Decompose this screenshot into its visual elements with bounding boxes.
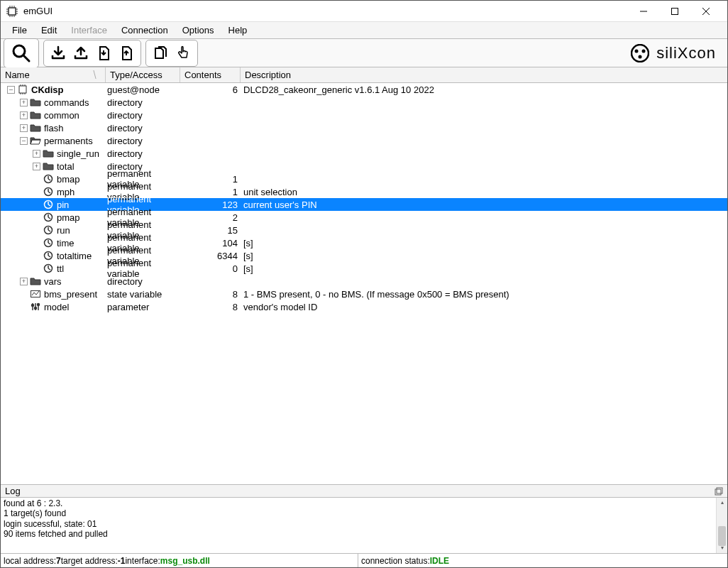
file-out-icon xyxy=(118,45,134,61)
row-contents: 15 xyxy=(180,225,241,236)
tree-row[interactable]: modelparameter8vendor's model ID xyxy=(1,300,727,313)
close-button[interactable] xyxy=(690,1,722,21)
expand-icon[interactable]: + xyxy=(20,111,28,119)
row-contents: 8 xyxy=(180,302,241,312)
var-icon xyxy=(43,200,54,209)
import-file-button[interactable] xyxy=(93,43,114,64)
column-name[interactable]: Name xyxy=(1,67,106,82)
svg-rect-62 xyxy=(717,488,722,493)
expand-icon[interactable]: + xyxy=(20,278,28,285)
row-contents: 0 xyxy=(180,263,241,274)
svg-rect-0 xyxy=(9,8,16,15)
row-type: directory xyxy=(106,123,180,133)
menu-options[interactable]: Options xyxy=(175,23,221,37)
tree-pane[interactable]: –CKdispguest@node6DLCD28_cakeonr_generic… xyxy=(1,83,727,484)
column-description[interactable]: Description xyxy=(241,67,727,82)
svg-line-18 xyxy=(23,55,29,61)
row-label: model xyxy=(44,302,69,312)
row-type: state variable xyxy=(106,289,180,300)
svg-point-59 xyxy=(35,307,37,310)
row-label: vars xyxy=(44,276,62,287)
expander-spacer xyxy=(20,290,28,298)
tree-row[interactable]: +single_rundirectory xyxy=(1,147,727,160)
tree-row[interactable]: –CKdispguest@node6DLCD28_cakeonr_generic… xyxy=(1,83,727,96)
toolbar-group-transfer xyxy=(43,40,141,67)
folder-open-icon xyxy=(30,136,41,146)
svg-line-38 xyxy=(48,204,50,206)
row-label: totaltime xyxy=(57,251,92,261)
tree-row[interactable]: ttlpermanent variable0[s] xyxy=(1,262,727,275)
titlebar: emGUI xyxy=(1,1,727,22)
row-description: vendor's model ID xyxy=(241,302,727,312)
row-label: bms_present xyxy=(44,289,97,300)
maximize-button[interactable] xyxy=(659,1,690,21)
expand-icon[interactable]: + xyxy=(20,99,28,106)
var-icon xyxy=(43,238,54,248)
svg-line-41 xyxy=(48,217,50,219)
expand-icon[interactable]: + xyxy=(20,124,28,132)
svg-rect-23 xyxy=(19,86,26,93)
svg-rect-61 xyxy=(715,489,721,495)
scroll-down-icon[interactable]: ▾ xyxy=(717,543,727,553)
expand-icon[interactable]: + xyxy=(33,150,40,158)
menu-file[interactable]: File xyxy=(5,23,34,37)
expander-spacer xyxy=(33,252,40,260)
column-type[interactable]: Type/Access xyxy=(106,67,180,82)
row-description: [s] xyxy=(241,251,727,261)
expander-spacer xyxy=(33,239,40,247)
svg-line-44 xyxy=(48,230,50,231)
download-icon xyxy=(50,45,66,61)
download-button[interactable] xyxy=(48,43,69,64)
row-label: time xyxy=(57,238,75,248)
tree-row[interactable]: –permanentsdirectory xyxy=(1,134,727,147)
tree-row[interactable]: +commondirectory xyxy=(1,109,727,121)
row-label: flash xyxy=(44,123,63,133)
row-contents: 6344 xyxy=(180,251,241,261)
log-header: Log xyxy=(1,484,727,498)
upload-icon xyxy=(73,45,89,61)
tree-row[interactable]: +flashdirectory xyxy=(1,121,727,134)
param-icon xyxy=(30,302,41,312)
svg-line-53 xyxy=(48,268,50,270)
log-scrollbar[interactable]: ▴ ▾ xyxy=(716,498,727,553)
column-contents[interactable]: Contents xyxy=(180,67,241,82)
tree-row[interactable]: +varsdirectory xyxy=(1,275,727,288)
svg-point-22 xyxy=(639,55,642,58)
row-label: common xyxy=(44,110,79,121)
svg-point-60 xyxy=(38,304,40,306)
folder-icon xyxy=(30,276,41,286)
popout-icon[interactable] xyxy=(715,487,723,496)
tree-row[interactable]: +commandsdirectory xyxy=(1,96,727,109)
scroll-up-icon[interactable]: ▴ xyxy=(717,498,727,508)
collapse-icon[interactable]: – xyxy=(20,137,28,145)
collapse-icon[interactable]: – xyxy=(7,86,15,94)
menu-help[interactable]: Help xyxy=(221,23,255,37)
toolbar: siliXcon xyxy=(1,39,727,67)
folder-icon xyxy=(30,97,41,107)
var-icon xyxy=(43,263,54,273)
expander-spacer xyxy=(33,226,40,234)
export-file-button[interactable] xyxy=(116,43,137,64)
svg-line-35 xyxy=(48,192,50,193)
upload-button[interactable] xyxy=(70,43,92,64)
row-label: ttl xyxy=(57,263,64,274)
menu-connection[interactable]: Connection xyxy=(114,23,175,37)
row-label: mph xyxy=(57,187,75,197)
folder-icon xyxy=(43,148,54,158)
svg-point-21 xyxy=(642,49,646,53)
menu-edit[interactable]: Edit xyxy=(34,23,64,37)
expander-spacer xyxy=(33,265,40,273)
tree-row[interactable]: bms_presentstate variable81 - BMS presen… xyxy=(1,288,727,300)
row-label: CKdisp xyxy=(31,84,64,95)
log-line: 1 target(s) found xyxy=(4,508,724,518)
window-title: emGUI xyxy=(23,6,53,16)
row-type: directory xyxy=(106,136,180,146)
search-button[interactable] xyxy=(8,41,35,65)
pointer-button[interactable] xyxy=(172,43,194,64)
row-type: guest@node xyxy=(106,84,180,95)
minimize-button[interactable] xyxy=(628,1,659,21)
log-body[interactable]: found at 6 : 2.3.1 target(s) foundlogin … xyxy=(1,498,727,553)
row-type: parameter xyxy=(106,302,180,312)
duplicate-file-button[interactable] xyxy=(150,43,171,64)
expand-icon[interactable]: + xyxy=(33,163,40,170)
